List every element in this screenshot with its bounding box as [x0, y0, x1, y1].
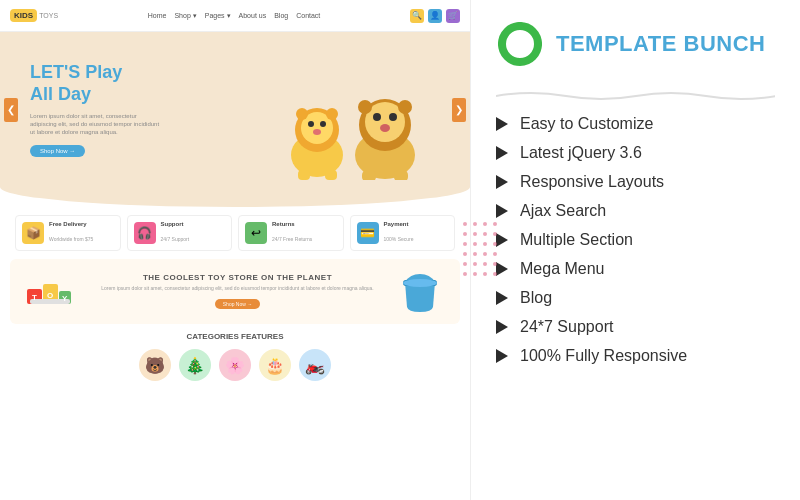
right-panel: TEMPLATE BUNCH Easy to Customize Latest …: [470, 0, 800, 500]
nav-home[interactable]: Home: [148, 12, 167, 20]
hero-heading: LET'S Play All Day: [30, 62, 250, 105]
cat-bear: 🐻: [139, 349, 171, 381]
svg-point-6: [296, 108, 308, 120]
feature-label-1: Latest jQuery 3.6: [520, 144, 642, 162]
svg-point-3: [308, 121, 314, 127]
svg-text:O: O: [47, 291, 53, 300]
svg-rect-8: [298, 170, 310, 180]
nav-blog[interactable]: Blog: [274, 12, 288, 20]
svg-point-28: [403, 279, 437, 287]
brand-bunch: BUNCH: [684, 31, 766, 56]
arrow-icon-1: [496, 146, 508, 160]
feature-item-2: Responsive Layouts: [496, 173, 775, 191]
svg-point-15: [380, 124, 390, 132]
feature-support: 🎧 Support 24/7 Support: [127, 215, 233, 251]
search-nav-icon[interactable]: 🔍: [410, 9, 424, 23]
feature-returns-text: Returns 24/7 Free Returns: [272, 221, 312, 245]
promo-left-art: T O Y: [25, 269, 80, 314]
feature-label-7: 24*7 Support: [520, 318, 613, 336]
svg-point-5: [313, 129, 321, 135]
website-mock: KIDS TOYS Home Shop ▾ Pages ▾ About us B…: [0, 0, 470, 500]
cart-nav-icon[interactable]: 🛒: [446, 9, 460, 23]
cat-tree: 🎄: [179, 349, 211, 381]
promo-section: T O Y THE COOLEST TOY STORE ON THE PLANE…: [10, 259, 460, 324]
cat-bike-icon: 🏍️: [299, 349, 331, 381]
cat-flower-icon: 🌸: [219, 349, 251, 381]
promo-text-block: THE COOLEST TOY STORE ON THE PLANET Lore…: [90, 273, 385, 310]
hero-prev-arrow[interactable]: ❮: [4, 98, 18, 122]
svg-rect-19: [394, 170, 408, 180]
feature-support-sub: 24/7 Support: [161, 236, 190, 242]
feature-item-5: Mega Menu: [496, 260, 775, 278]
svg-text:T: T: [32, 293, 37, 302]
arrow-icon-0: [496, 117, 508, 131]
logo-svg: [496, 20, 544, 68]
delivery-icon: 📦: [22, 222, 44, 244]
arrow-icon-2: [496, 175, 508, 189]
promo-sub: Lorem ipsum dolor sit amet, consectetur …: [90, 285, 385, 292]
logo-kids: KIDS: [10, 9, 37, 22]
categories-title: CATEGORIES FEATURES: [15, 332, 455, 341]
svg-point-4: [320, 121, 326, 127]
user-nav-icon[interactable]: 👤: [428, 9, 442, 23]
nav-pages[interactable]: Pages ▾: [205, 12, 231, 20]
feature-payment-title: Payment: [384, 221, 414, 227]
feature-support-text: Support 24/7 Support: [161, 221, 190, 245]
feature-returns-title: Returns: [272, 221, 312, 227]
svg-point-16: [358, 100, 372, 114]
svg-point-14: [389, 113, 397, 121]
arrow-icon-3: [496, 204, 508, 218]
payment-icon: 💳: [357, 222, 379, 244]
hero-next-arrow[interactable]: ❯: [452, 98, 466, 122]
support-icon: 🎧: [134, 222, 156, 244]
feature-item-3: Ajax Search: [496, 202, 775, 220]
svg-rect-9: [325, 170, 337, 180]
feature-label-4: Multiple Section: [520, 231, 633, 249]
promo-title: THE COOLEST TOY STORE ON THE PLANET: [90, 273, 385, 282]
feature-delivery-sub: Worldwide from $75: [49, 236, 93, 242]
feature-label-2: Responsive Layouts: [520, 173, 664, 191]
feature-delivery: 📦 Free Delivery Worldwide from $75: [15, 215, 121, 251]
categories-row: 🐻 🎄 🌸 🎂 🏍️: [15, 349, 455, 381]
templatebunch-logo: [496, 20, 544, 68]
svg-point-17: [398, 100, 412, 114]
nav-about[interactable]: About us: [239, 12, 267, 20]
features-strip: 📦 Free Delivery Worldwide from $75 🎧 Sup…: [0, 207, 470, 259]
feature-item-6: Blog: [496, 289, 775, 307]
nav-icons: 🔍 👤 🛒: [410, 9, 460, 23]
feature-label-5: Mega Menu: [520, 260, 605, 278]
feature-returns: ↩ Returns 24/7 Free Returns: [238, 215, 344, 251]
feature-label-6: Blog: [520, 289, 552, 307]
categories-section: CATEGORIES FEATURES 🐻 🎄 🌸 🎂 🏍️: [0, 324, 470, 381]
promo-right-art: [395, 272, 445, 312]
cat-bike: 🏍️: [299, 349, 331, 381]
lion-big-img: [340, 60, 430, 180]
svg-rect-18: [362, 170, 376, 180]
svg-point-13: [373, 113, 381, 121]
feature-item-0: Easy to Customize: [496, 115, 775, 133]
nav-links: Home Shop ▾ Pages ▾ About us Blog Contac…: [148, 12, 321, 20]
nav-contact[interactable]: Contact: [296, 12, 320, 20]
promo-shop-btn[interactable]: Shop Now →: [215, 299, 260, 309]
cat-bear-icon: 🐻: [139, 349, 171, 381]
hero-line1: LET'S Play: [30, 62, 122, 82]
feature-payment: 💳 Payment 100% Secure: [350, 215, 456, 251]
left-panel: KIDS TOYS Home Shop ▾ Pages ▾ About us B…: [0, 0, 470, 500]
feature-delivery-text: Free Delivery Worldwide from $75: [49, 221, 93, 245]
feature-label-0: Easy to Customize: [520, 115, 653, 133]
feature-payment-sub: 100% Secure: [384, 236, 414, 242]
arrow-icon-8: [496, 349, 508, 363]
nav-shop[interactable]: Shop ▾: [174, 12, 196, 20]
arrow-icon-6: [496, 291, 508, 305]
feature-list: Easy to Customize Latest jQuery 3.6 Resp…: [496, 115, 775, 365]
cat-cake: 🎂: [259, 349, 291, 381]
hero-section: ❮ LET'S Play All Day Lorem ipsum dolor s…: [0, 32, 470, 187]
cat-flower: 🌸: [219, 349, 251, 381]
feature-item-1: Latest jQuery 3.6: [496, 144, 775, 162]
arrow-icon-7: [496, 320, 508, 334]
feature-label-3: Ajax Search: [520, 202, 606, 220]
hero-shop-btn[interactable]: Shop Now →: [30, 145, 85, 157]
bucket-art: [395, 272, 445, 314]
wave-svg: [496, 90, 775, 100]
nav-bar: KIDS TOYS Home Shop ▾ Pages ▾ About us B…: [0, 0, 470, 32]
